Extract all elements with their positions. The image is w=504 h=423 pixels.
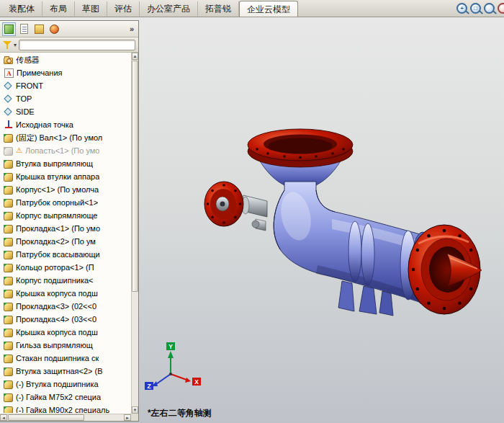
tab-evaluate[interactable]: 评估	[107, 1, 140, 17]
tree-vertical-scrollbar	[131, 53, 138, 414]
filter-caret-icon[interactable]: ▾	[14, 42, 17, 48]
filter-funnel-icon[interactable]	[3, 40, 12, 50]
tab-office-products[interactable]: 办公室产品	[140, 1, 198, 17]
tree-item-component[interactable]: (固定) Вал<1> (По умол	[1, 131, 130, 144]
horizontal-scroll-thumb[interactable]	[8, 414, 84, 421]
solidworks-window: Y X Z *左右二等角轴测 装配体 布局 草图 评估 办公室产品 拓普锐 企业…	[0, 0, 504, 423]
tree-item-component[interactable]: Втулка выпрямляющ	[1, 157, 130, 170]
view-tools: + □	[456, 3, 504, 14]
tree-item-component[interactable]: Прокладка<3> (02<<0	[1, 300, 130, 313]
filter-input[interactable]	[19, 40, 135, 50]
displaymanager-tab[interactable]	[48, 22, 61, 36]
tree-item-component[interactable]: Прокладка<4> (03<<0	[1, 313, 130, 326]
tree-item-label: Гильза выпрямляющ	[16, 341, 93, 349]
tree-item-component-suppressed[interactable]: Лопасть<1> (По умо	[1, 144, 130, 157]
component-icon	[4, 329, 13, 337]
tree-item-component[interactable]: (-) Гайка М90х2 специаль	[1, 404, 130, 413]
tree-item-component[interactable]: (-) Втулка подшипника	[1, 378, 130, 391]
tree-item-plane-side[interactable]: SIDE	[1, 105, 130, 118]
annotations-icon	[4, 68, 14, 78]
zoom-to-fit-icon[interactable]	[484, 3, 495, 14]
featuremanager-icon	[4, 25, 14, 34]
panel-toolbar: »	[0, 21, 138, 37]
tree-item-label: Патрубок всасывающи	[16, 250, 100, 259]
y-axis-arrow[interactable]	[168, 351, 174, 358]
vertical-scroll-thumb[interactable]	[132, 61, 138, 292]
component-icon	[4, 277, 13, 285]
tab-sketch[interactable]: 草图	[75, 1, 107, 17]
component-icon	[4, 380, 13, 389]
x-axis-arrow[interactable]	[185, 378, 191, 383]
tree-item-plane-front[interactable]: FRONT	[1, 79, 130, 92]
reference-triad[interactable]: Y X Z	[145, 342, 205, 403]
tree-item-origin[interactable]: Исходная точка	[1, 118, 130, 131]
scroll-up-button[interactable]	[132, 53, 138, 60]
tree-item-label: Стакан подшипника ск	[16, 354, 99, 362]
component-icon	[4, 134, 13, 143]
warning-icon	[16, 147, 22, 154]
scroll-left-button[interactable]	[0, 414, 7, 421]
tree-item-component[interactable]: Крышка втулки аппара	[1, 170, 130, 183]
featuremanager-panel: » ▾ 传感器 Примечания FRONT TOP SIDE Исходн…	[0, 20, 139, 422]
component-icon	[4, 199, 13, 208]
tree-item-annotations[interactable]: Примечания	[1, 66, 130, 79]
tree-item-component[interactable]: Корпус выпрямляюще	[1, 209, 130, 222]
tree-item-component[interactable]: Гильза выпрямляющ	[1, 339, 130, 352]
component-icon	[4, 251, 13, 259]
sensor-folder-icon	[4, 58, 13, 64]
tree-item-component[interactable]: (-) Гайка М75х2 специа	[1, 391, 130, 404]
scroll-down-button[interactable]	[132, 406, 138, 414]
tree-item-label: (-) Гайка М90х2 специаль	[16, 406, 109, 413]
clipped-tool-icon[interactable]	[498, 3, 504, 14]
component-icon	[4, 316, 13, 324]
component-icon	[4, 303, 13, 311]
plane-icon	[4, 94, 12, 102]
tree-item-label: FRONT	[16, 81, 43, 90]
tree-item-label: Примечания	[17, 68, 63, 77]
component-icon	[4, 147, 13, 156]
z-axis-label: Z	[147, 383, 150, 390]
component-icon	[4, 238, 13, 246]
tree-item-component[interactable]: Прокладка<2> (По ум	[1, 235, 130, 248]
tree-item-component[interactable]: Патрубок всасывающи	[1, 248, 130, 261]
tree-item-component[interactable]: Крышка корпуса подш	[1, 326, 130, 339]
tree-item-label: Исходная точка	[16, 120, 73, 129]
component-icon	[4, 355, 13, 363]
tree-item-label: Корпус выпрямляюще	[16, 211, 97, 220]
tree-item-component[interactable]: Кольцо ротора<1> (П	[1, 261, 130, 274]
tab-layout[interactable]: 布局	[42, 1, 75, 17]
tree-item-label: Кольцо ротора<1> (П	[16, 263, 94, 272]
tree-item-component[interactable]: Корпус подшипника<	[1, 274, 130, 287]
component-icon	[4, 393, 13, 402]
tree-item-label: Патрубок опорный<1>	[16, 198, 98, 207]
tree-item-component[interactable]: Втулка защитная<2> (В	[1, 365, 130, 378]
tree-item-plane-top[interactable]: TOP	[1, 92, 130, 105]
tab-assembly[interactable]: 装配体	[1, 1, 42, 17]
component-icon	[4, 212, 13, 221]
component-icon	[4, 225, 13, 233]
tree-item-label: Крышка корпуса подш	[16, 289, 98, 298]
tree-item-label: Крышка втулки аппара	[16, 172, 99, 181]
tree-item-label: Прокладка<2> (По ум	[16, 237, 96, 246]
tree-item-component[interactable]: Стакан подшипника ск	[1, 352, 130, 365]
tab-tuopurui[interactable]: 拓普锐	[198, 1, 239, 17]
zoom-in-icon[interactable]: +	[456, 3, 467, 14]
featuremanager-tree-tab[interactable]	[2, 22, 16, 36]
zoom-to-area-icon[interactable]: □	[470, 3, 481, 14]
tree-item-component[interactable]: Прокладка<1> (По умо	[1, 222, 130, 235]
tree-item-component[interactable]: Патрубок опорный<1>	[1, 196, 130, 209]
tree-item-component[interactable]: Крышка корпуса подш	[1, 287, 130, 300]
displaymanager-icon	[50, 25, 59, 34]
panel-overflow-button[interactable]: »	[127, 25, 136, 33]
tree-item-component[interactable]: Корпус<1> (По умолча	[1, 183, 130, 196]
feature-tree-list: 传感器 Примечания FRONT TOP SIDE Исходная т…	[1, 53, 130, 413]
propertymanager-tab[interactable]	[17, 22, 31, 36]
tab-enterprise-cloud-model[interactable]: 企业云模型	[239, 1, 298, 17]
component-icon	[4, 186, 13, 195]
component-icon	[4, 160, 13, 169]
scroll-right-button[interactable]	[124, 414, 131, 421]
configurationmanager-icon	[35, 25, 44, 34]
tree-item-sensors-folder[interactable]: 传感器	[1, 53, 130, 66]
tree-item-label: Лопасть<1> (По умо	[25, 146, 100, 155]
configurationmanager-tab[interactable]	[32, 22, 46, 36]
